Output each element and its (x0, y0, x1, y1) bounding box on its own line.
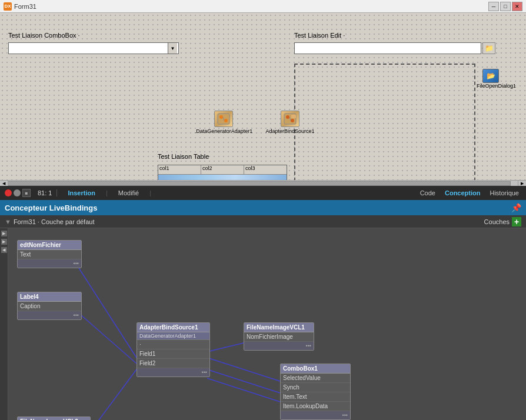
adapter-bind-source-label: AdapterBindSource1 (264, 128, 317, 134)
node-edtnomfichier: edtNomFichier Text ••• (17, 240, 82, 268)
node-filenameimagevcl3: FileNameImageVCL3 NomFichierImage ••• (17, 416, 91, 420)
status-separator2: | (149, 189, 151, 196)
lb-side-btn-1[interactable]: ▶ (1, 231, 7, 236)
svg-point-2 (224, 119, 228, 122)
node-cb1-field2: Synch (281, 383, 350, 392)
data-generator-icon (214, 111, 233, 127)
svg-line-11 (207, 343, 244, 352)
combobox-label: Test Liaison ComboBox · (8, 32, 80, 39)
node-label4-caption: Caption (18, 302, 81, 311)
svg-line-10 (76, 311, 137, 364)
adapter-bind-source-component: AdapterBindSource1 (264, 111, 317, 134)
node-adapterbindsource1: AdapterBindSource1 DataGeneratorAdapter1… (137, 322, 210, 377)
minimize-button[interactable]: ─ (488, 2, 499, 11)
lb-canvas: edtNomFichier Text ••• Label4 Caption ••… (8, 228, 526, 420)
edit-label: Test Liaison Edit · (294, 32, 345, 39)
node-label4-dots: ••• (18, 311, 81, 319)
window-controls[interactable]: ─ □ ✕ (488, 2, 522, 11)
node-abs-field1: Field1 (137, 349, 209, 359)
svg-line-12 (207, 358, 280, 381)
node-fniv1-field1: NomFichierImage (244, 332, 314, 342)
error-indicator (5, 189, 12, 196)
build-icon: ■ (22, 189, 31, 197)
form-design-area: Test Liaison ComboBox · ▼ Test Liaison E… (0, 13, 526, 186)
table-label: Test Liaison Table (158, 153, 209, 160)
node-cb1-dots: ••• (281, 411, 350, 419)
dashed-panel (294, 64, 475, 186)
conception-button[interactable]: Conception (442, 189, 483, 196)
historique-button[interactable]: Historique (487, 189, 521, 196)
pin-icon[interactable]: 📌 (511, 203, 521, 212)
lb-breadcrumb-text: Form31 · Couche par défaut (14, 218, 95, 225)
svg-point-6 (291, 119, 294, 122)
svg-line-15 (91, 369, 137, 420)
svg-point-1 (219, 115, 223, 119)
node-fniv1-title: FileNameImageVCL1 (244, 323, 314, 332)
edit-control[interactable] (294, 42, 481, 54)
add-layer-button[interactable]: + (512, 217, 521, 226)
chevron-down-icon: ▼ (5, 218, 11, 225)
svg-line-9 (76, 264, 137, 358)
fileopendialog-component: 📂 FileOpenDialog1 (482, 69, 506, 89)
svg-line-13 (207, 369, 280, 393)
node-combobox1: ComboBox1 SelectedValue Synch Item.Text … (280, 364, 351, 420)
warning-indicator (14, 189, 21, 196)
node-abs-dots: ••• (137, 368, 209, 376)
status-separator1: | (106, 189, 108, 196)
file-button[interactable]: 📁 (482, 42, 495, 54)
lb-layout: ▶ ▶ ◀ edtNomFichier Text ••• Lab (0, 228, 526, 420)
close-button[interactable]: ✕ (512, 2, 522, 11)
node-fniv1-dots: ••• (244, 342, 314, 350)
node-filenameimagevcl1: FileNameImageVCL1 NomFichierImage ••• (244, 322, 314, 351)
combobox-arrow-icon[interactable]: ▼ (168, 43, 177, 54)
lb-side-btn-2[interactable]: ▶ (1, 239, 7, 245)
combobox-control[interactable]: ▼ (8, 42, 179, 54)
node-abs-dot: · (137, 340, 209, 349)
lb-toolbar: ▼ Form31 · Couche par défaut Couches + (0, 215, 526, 228)
node-abs-subtitle: DataGeneratorAdapter1 (137, 332, 209, 340)
node-label4: Label4 Caption ••• (17, 292, 82, 320)
svg-rect-8 (291, 115, 296, 118)
livebindings-title: Concepteur LiveBindings (5, 204, 97, 212)
node-abs-title: AdapterBindSource1 (137, 323, 209, 332)
lb-left-panel: ▶ ▶ ◀ (0, 228, 8, 420)
h-scrollbar-thumb[interactable] (2, 181, 511, 186)
maximize-button[interactable]: □ (500, 2, 511, 11)
cursor-position: 81: 1 (38, 189, 57, 196)
title-bar: DX Form31 ─ □ ✕ (0, 0, 526, 13)
lb-breadcrumb: ▼ Form31 · Couche par défaut (5, 218, 94, 225)
data-generator-adapter-component: .DataGeneratorAdapter1 (194, 111, 253, 134)
fileopendialog-label: FileOpenDialog1 (477, 83, 506, 89)
node-edtnomfichier-title: edtNomFichier (18, 241, 81, 250)
adapter-bind-source-icon (281, 111, 299, 127)
scroll-left-btn[interactable]: ◀ (0, 180, 8, 186)
h-scrollbar[interactable] (0, 180, 526, 186)
lb-side-btn-3[interactable]: ◀ (1, 247, 7, 253)
couches-label: Couches (484, 218, 510, 225)
node-edtnomfichier-text: Text (18, 250, 81, 259)
app-icon: DX (4, 2, 12, 11)
data-generator-label: .DataGeneratorAdapter1 (194, 128, 253, 134)
node-abs-field2: Field2 (137, 359, 209, 368)
code-button[interactable]: Code (418, 189, 438, 196)
svg-line-14 (207, 378, 280, 402)
livebindings-header: Concepteur LiveBindings 📌 (0, 200, 526, 215)
node-edtnomfichier-dots: ••• (18, 259, 81, 268)
node-cb1-field1: SelectedValue (281, 374, 350, 383)
status-bar: ■ 81: 1 Insertion | Modifié | Code Conce… (0, 186, 526, 200)
window-title: Form31 (14, 3, 36, 10)
insertion-mode: Insertion (64, 189, 98, 196)
node-cb1-title: ComboBox1 (281, 364, 350, 374)
node-cb1-field3: Item.Text (281, 392, 350, 402)
lb-toolbar-right: Couches + (484, 217, 521, 226)
node-fniv3-title: FileNameImageVCL3 (18, 417, 90, 420)
modified-status: Modifié (115, 189, 142, 196)
node-label4-title: Label4 (18, 292, 81, 302)
scroll-right-btn[interactable]: ▶ (518, 180, 526, 186)
node-cb1-field4: Item.LookupData (281, 402, 350, 411)
svg-point-5 (286, 115, 289, 119)
